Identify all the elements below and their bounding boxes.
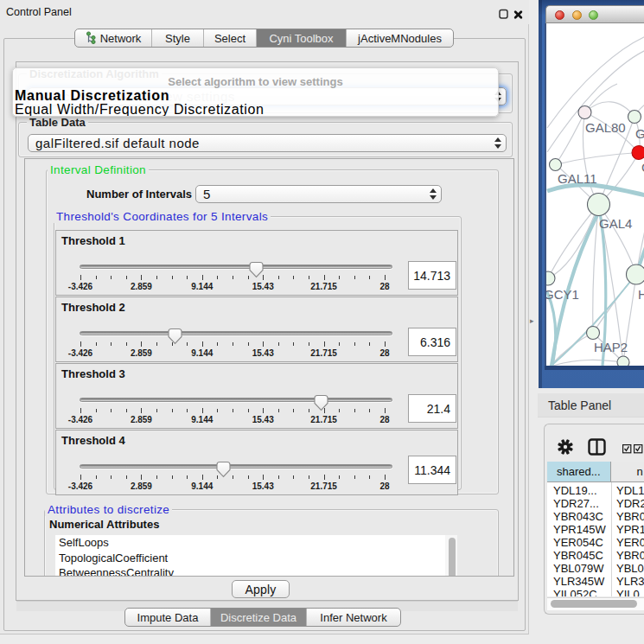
popup-item-equal-width[interactable]: Equal Width/Frequency Discretization <box>15 102 264 118</box>
slider-tick-label: 2.859 <box>131 282 152 291</box>
table-cell[interactable]: YBR045C <box>553 549 610 562</box>
table-cell[interactable]: YDL19... <box>553 484 610 497</box>
apply-button[interactable]: Apply <box>232 580 290 598</box>
table-panel-title: Table Panel <box>548 399 611 412</box>
table-cell[interactable]: YDR27... <box>553 497 610 510</box>
float-icon[interactable] <box>498 8 509 23</box>
threshold-label: Threshold 1 <box>61 234 125 247</box>
network-node[interactable] <box>546 271 555 285</box>
attribute-item[interactable]: SelfLoops <box>55 535 445 551</box>
slider-tick-label: 21.715 <box>310 415 337 424</box>
threshold-value-field[interactable]: 14.713 <box>408 261 456 290</box>
tab-network[interactable]: Network <box>75 29 152 47</box>
slider-tick <box>339 342 340 346</box>
threshold-slider-thumb[interactable] <box>167 328 183 348</box>
slider-tick <box>111 276 112 279</box>
network-node[interactable] <box>550 159 562 171</box>
table-cell[interactable]: YDL1 <box>616 484 644 497</box>
table-cell[interactable]: YBR043C <box>553 510 610 523</box>
table-data-combo[interactable]: galFiltered.sif default node <box>28 134 507 152</box>
tab-label: Select <box>214 32 245 45</box>
table-cell[interactable]: YLR3 <box>616 575 644 588</box>
threshold-row-1: Threshold 1-3.4262.8599.14415.4321.71528… <box>55 230 458 296</box>
threshold-slider-track[interactable] <box>80 398 392 402</box>
table-cell[interactable]: YBR0 <box>616 549 644 562</box>
network-desktop-edge <box>539 0 542 388</box>
table-hscrollbar-thumb[interactable] <box>551 600 637 608</box>
threshold-slider-thumb[interactable] <box>313 394 329 415</box>
slider-tick <box>354 475 355 479</box>
slider-tick <box>354 409 355 412</box>
threshold-slider-thumb[interactable] <box>215 461 232 481</box>
attribute-item[interactable]: BetweennessCentrality <box>55 565 445 577</box>
threshold-slider-track[interactable] <box>80 464 392 469</box>
node-table[interactable]: shared...nYDL19...YDL1YDR27...YDR2YBR043… <box>547 462 644 596</box>
slider-tick-label: 9.144 <box>191 282 213 291</box>
slider-tick-label: 15.43 <box>252 282 274 291</box>
network-node[interactable] <box>617 356 629 366</box>
table-cell[interactable]: YPR145W <box>553 523 610 536</box>
tab-impute-data[interactable]: Impute Data <box>125 609 211 626</box>
threshold-value-field[interactable]: 21.4 <box>408 394 456 423</box>
threshold-slider-track[interactable] <box>80 331 392 335</box>
network-node[interactable] <box>588 194 610 216</box>
threshold-slider-thumb[interactable] <box>248 261 265 282</box>
table-cell[interactable]: YIL0 <box>616 588 644 596</box>
attribute-item[interactable]: TopologicalCoefficient <box>55 551 445 566</box>
tab-style[interactable]: Style <box>152 29 204 47</box>
network-node-label: G <box>635 126 644 141</box>
slider-tick-label: 28 <box>379 348 389 358</box>
network-node[interactable] <box>587 327 600 340</box>
slider-tick-label: -3.426 <box>68 348 92 358</box>
threshold-row-4: Threshold 4-3.4262.8599.14415.4321.71528… <box>55 430 458 495</box>
slider-tick <box>278 475 279 479</box>
tab-select[interactable]: Select <box>204 29 257 47</box>
column-header-name[interactable]: n <box>611 462 644 482</box>
slider-tick <box>293 276 294 279</box>
threshold-slider-track[interactable] <box>80 265 392 269</box>
network-node[interactable] <box>628 111 641 124</box>
table-cell[interactable]: YLR345W <box>553 575 610 588</box>
close-light-icon[interactable] <box>555 10 564 20</box>
column-header-shared-name[interactable]: shared... <box>547 462 611 482</box>
table-cell[interactable]: YER054C <box>553 536 610 549</box>
table-cell[interactable]: YDR2 <box>616 497 644 510</box>
column-divider <box>611 482 612 596</box>
slider-tick <box>202 341 203 347</box>
checkboxes-icon[interactable] <box>622 442 643 457</box>
network-node[interactable] <box>627 265 644 284</box>
table-cell[interactable]: YIL052C <box>553 588 610 596</box>
slider-tick <box>278 342 279 346</box>
split-table-icon[interactable] <box>588 438 606 459</box>
network-node[interactable] <box>578 106 591 119</box>
zoom-light-icon[interactable] <box>589 10 598 20</box>
number-of-intervals-combo[interactable]: 5 <box>195 185 442 203</box>
slider-tick <box>263 341 264 347</box>
network-window-titlebar[interactable] <box>545 5 644 23</box>
threshold-value-field[interactable]: 6.316 <box>408 328 456 356</box>
tab-jactivemnodules[interactable]: jActiveMNodules <box>347 29 453 47</box>
tab-infer-network[interactable]: Infer Network <box>307 609 400 626</box>
attributes-list[interactable]: SelfLoopsTopologicalCoefficientBetweenne… <box>55 535 445 577</box>
slider-tick <box>126 409 127 412</box>
threshold-value-field[interactable]: 11.344 <box>408 456 456 484</box>
gear-icon[interactable] <box>558 439 573 458</box>
table-cell[interactable]: YBR0 <box>616 510 644 523</box>
splitter-handle[interactable]: ▸ <box>530 316 534 325</box>
attributes-list-scrollbar[interactable] <box>445 535 457 577</box>
table-cell[interactable]: YBL079W <box>553 562 610 575</box>
network-view[interactable]: GAL80GCGAL11GAL4GCY1HHAP2 <box>545 23 644 366</box>
close-icon[interactable] <box>513 8 524 23</box>
slider-tick <box>126 342 127 346</box>
table-cell[interactable]: YER0 <box>616 536 644 549</box>
minimize-light-icon[interactable] <box>572 10 582 20</box>
tab-discretize-data[interactable]: Discretize Data <box>211 609 307 626</box>
slider-tick-label: 9.144 <box>191 481 213 491</box>
table-cell[interactable]: YBL0 <box>616 562 644 575</box>
slider-tick <box>111 475 112 479</box>
popup-prompt-item[interactable]: Select algorithm to view settings <box>13 75 498 88</box>
tab-cyni-toolbox[interactable]: Cyni Toolbox <box>257 29 347 47</box>
network-node[interactable] <box>632 146 644 160</box>
table-cell[interactable]: YPR1 <box>616 523 644 536</box>
slider-tick-label: 9.144 <box>191 415 213 424</box>
